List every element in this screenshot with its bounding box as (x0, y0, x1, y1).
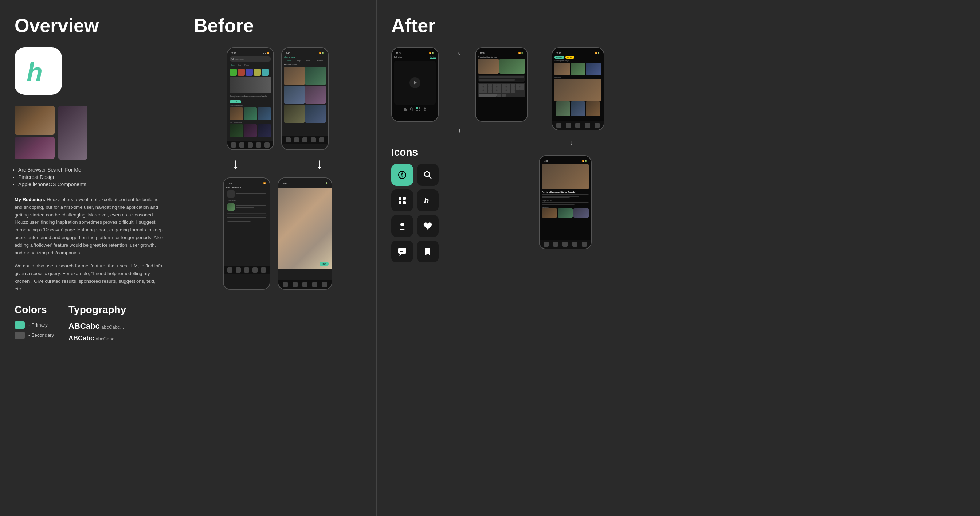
key-g[interactable] (497, 87, 501, 90)
key-w[interactable] (484, 84, 488, 87)
key-a[interactable] (479, 87, 483, 90)
key-return[interactable] (502, 94, 506, 97)
key-p[interactable] (520, 84, 524, 87)
key-k[interactable] (511, 87, 515, 90)
signal-2: 📶 🔋 (319, 52, 324, 54)
heart-icon-btn[interactable] (417, 215, 439, 237)
insp-img-room (14, 137, 55, 159)
search-placeholder: Search Houzz (235, 58, 245, 60)
status-bar-4: 10:46 🔋 (280, 181, 329, 185)
chat-icon-btn[interactable] (391, 240, 413, 262)
key-h[interactable] (502, 87, 506, 90)
key-s[interactable] (484, 87, 488, 90)
key-period[interactable] (497, 94, 501, 97)
svg-rect-26 (400, 251, 403, 252)
budget-label: Budget with Us (542, 199, 589, 202)
after-phone-4-bottom (539, 240, 591, 248)
key-x[interactable] (484, 90, 488, 93)
grid-icon-phone (417, 107, 420, 111)
bookmark-icon-btn[interactable] (417, 240, 439, 262)
key-r[interactable] (493, 84, 497, 87)
search-svg (423, 170, 433, 180)
before-title: Before (194, 14, 361, 37)
after-section: After 12:28 📶 🔋 Following (377, 0, 980, 516)
arrow-right-1: → (444, 47, 469, 60)
shopping-label: Shopping ideas for you (478, 56, 525, 58)
svg-rect-8 (418, 107, 420, 109)
nav-icon-2 (239, 142, 245, 148)
houzz-icon-btn[interactable]: h (417, 190, 439, 211)
key-o[interactable] (515, 84, 520, 87)
insp-sq-3 (586, 101, 600, 116)
colors-section: Colors - Primary - Secondary (14, 304, 54, 346)
key-b[interactable] (497, 90, 501, 93)
references-list: Arc Browser Search For Me Pinterest Desi… (18, 167, 164, 187)
key-z[interactable] (479, 90, 483, 93)
photo-4 (305, 86, 326, 104)
icon-3 (245, 68, 253, 76)
after-phone-1-content: 12:28 📶 🔋 Following For You (392, 48, 438, 116)
img-group-1 (14, 106, 55, 159)
colors-title: Colors (14, 304, 54, 315)
redesign-label: My Redesign: (14, 197, 46, 202)
key-t[interactable] (497, 84, 501, 87)
proj-line-2 (236, 207, 254, 208)
svg-line-16 (429, 176, 431, 178)
inspiration-label-2: Inspiration (542, 205, 589, 209)
key-semi[interactable] (520, 87, 524, 90)
key-comma[interactable] (511, 90, 515, 93)
key-l[interactable] (515, 87, 520, 90)
phone-caption-1: Houzz is the all-in-one business managem… (229, 94, 271, 99)
key-space[interactable] (479, 94, 496, 97)
article-img (542, 164, 589, 190)
nav-icon-b25 (319, 137, 324, 142)
nav-icon-b35 (261, 268, 266, 272)
nav-icon-1 (231, 142, 236, 148)
nav-icon-b43 (302, 282, 307, 287)
key-v[interactable] (493, 90, 497, 93)
before-phone-4-bottom (278, 280, 331, 289)
nav-icon-b41 (283, 282, 288, 287)
person-icon-btn[interactable] (391, 215, 413, 237)
after-left-col: 12:28 📶 🔋 Following For You (391, 47, 528, 262)
photo-3 (284, 86, 305, 104)
key-e[interactable] (488, 84, 492, 87)
nav-icon-a35 (595, 123, 600, 128)
key-c[interactable] (488, 90, 492, 93)
bookmark-svg (423, 246, 433, 256)
arrow-down-2: ↓ (316, 156, 323, 172)
key-m[interactable] (506, 90, 511, 93)
after-signal-4: 📶 🔋 (582, 160, 587, 162)
after-phone-2-content: 12:28 📶 🔋 Shopping ideas for you (476, 48, 527, 100)
pill-following[interactable]: Following (554, 56, 564, 59)
svg-point-1 (232, 58, 234, 60)
person-icon-phone (423, 107, 426, 111)
icon-row (229, 68, 271, 76)
key-d[interactable] (488, 87, 492, 90)
key-u[interactable] (506, 84, 511, 87)
phone-img-row-1 (229, 107, 271, 120)
key-q[interactable] (479, 84, 483, 87)
add-project: + Add Project (226, 199, 267, 202)
article-line-1 (542, 194, 589, 195)
compass-icon-btn[interactable] (391, 164, 413, 186)
key-i[interactable] (511, 84, 515, 87)
key-y[interactable] (502, 84, 506, 87)
primary-color-swatch (14, 322, 25, 329)
photo-grid (284, 67, 326, 123)
grid-icon-btn[interactable] (391, 190, 413, 211)
after-top-phones: 12:28 📶 🔋 Following For You (391, 47, 528, 122)
typo-large-2: ABCabc (68, 334, 94, 342)
search-icon-btn[interactable] (417, 164, 439, 186)
inspiration-label: Inspiration (554, 76, 601, 79)
secondary-color-item: - Secondary (14, 331, 54, 339)
tab-photos: Photos (287, 60, 291, 62)
before-phone-2-bottom (282, 135, 328, 144)
signal-4: 🔋 (325, 182, 328, 185)
nav-icon-a33 (575, 123, 580, 128)
key-n[interactable] (502, 90, 506, 93)
key-f[interactable] (493, 87, 497, 90)
pill-for-you[interactable]: For You (565, 56, 574, 59)
before-phone-3-screen: 12:28 📶 First, Lastname > + Add Project (224, 178, 270, 266)
key-j[interactable] (506, 87, 511, 90)
